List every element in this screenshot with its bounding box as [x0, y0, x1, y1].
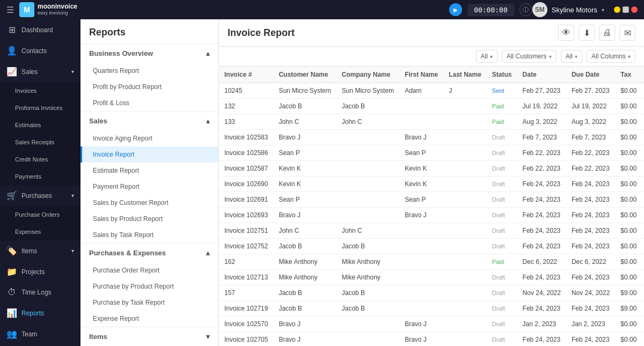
cell-shipping: $0.00 [642, 161, 644, 176]
sidebar-item-sales[interactable]: 📈 Sales ▾ [0, 61, 80, 82]
cell-company: Sun Micro System [336, 83, 399, 99]
cell-customer: Jacob B [273, 239, 336, 254]
sidebar-item-items[interactable]: 🏷️ Items ▾ [0, 240, 80, 261]
logo-text: mooninvoice easy invoicing [38, 3, 77, 16]
cell-status: Draft [487, 145, 517, 161]
sidebar-item-dashboard[interactable]: ⊞ Dashboard [0, 19, 80, 40]
rp-item-expense-report[interactable]: Expense Report [80, 311, 218, 327]
rp-section-header-business-overview[interactable]: Business Overview ▴ [80, 44, 218, 63]
rp-item-purchase-by-product[interactable]: Purchase by Product Report [80, 278, 218, 295]
cell-company: Jacob B [336, 285, 399, 301]
col-due-date: Due Date [566, 67, 615, 83]
sidebar-item-reports[interactable]: 📊 Reports [0, 303, 80, 323]
minimize-button[interactable] [614, 6, 620, 13]
rp-item-sales-by-customer[interactable]: Sales by Customer Report [80, 195, 218, 211]
rp-item-purchase-by-task[interactable]: Purchase by Task Report [80, 295, 218, 311]
cell-shipping: $0.00 [642, 301, 644, 316]
chevron-down-icon[interactable]: ▾ [602, 7, 604, 13]
cell-firstname: Sean P [399, 192, 443, 208]
topbar: ☰ M mooninvoice easy invoicing ▶ 00:00:0… [0, 0, 644, 19]
rp-item-invoice-aging[interactable]: Invoice Aging Report [80, 130, 218, 146]
visibility-button[interactable]: 👁 [558, 25, 574, 41]
cell-firstname [399, 301, 443, 316]
table-row[interactable]: Invoice 102713 Mike Anthony Mike Anthony… [219, 270, 644, 285]
cell-shipping: $0.00 [642, 99, 644, 114]
table-row[interactable]: 157 Jacob B Jacob B Draft Nov 24, 2022 N… [219, 285, 644, 301]
sales-icon: 📈 [6, 67, 17, 77]
table-row[interactable]: 10245 Sun Micro System Sun Micro System … [219, 83, 644, 99]
rp-item-sales-by-product[interactable]: Sales by Product Report [80, 211, 218, 227]
cell-tax: $0.00 [615, 99, 642, 114]
cell-company [336, 192, 399, 208]
table-row[interactable]: Invoice 102583 Bravo J Bravo J Draft Feb… [219, 130, 644, 145]
table-row[interactable]: Invoice 102751 John C John C Draft Feb 2… [219, 223, 644, 239]
rp-item-invoice-report[interactable]: Invoice Report [80, 146, 218, 163]
filter-customers[interactable]: All Customers ▾ [502, 50, 557, 63]
sidebar-item-credit-notes[interactable]: Credit Notes [0, 151, 80, 168]
cell-tax: $0.00 [615, 130, 642, 145]
sidebar-item-contacts[interactable]: 👤 Contacts [0, 40, 80, 61]
sidebar-item-team[interactable]: 👥 Team [0, 323, 80, 344]
maximize-button[interactable] [623, 6, 629, 13]
sidebar-item-invoices[interactable]: Invoices [0, 82, 80, 99]
email-button[interactable]: ✉ [619, 25, 635, 41]
table-row[interactable]: Invoice 102752 Jacob B Jacob B Draft Feb… [219, 239, 644, 254]
cell-customer: Bravo J [273, 130, 336, 145]
cell-lastname [443, 130, 487, 145]
print-button[interactable]: 🖨 [599, 25, 615, 41]
rp-item-purchase-order-report[interactable]: Purchase Order Report [80, 262, 218, 278]
team-icon: 👥 [6, 329, 17, 339]
table-row[interactable]: Invoice 102570 Bravo J Bravo J Draft Jan… [219, 316, 644, 332]
sidebar-item-purchase-orders[interactable]: Purchase Orders [0, 206, 80, 223]
table-row[interactable]: Invoice 102693 Bravo J Bravo J Draft Feb… [219, 208, 644, 223]
rp-section-header-sales[interactable]: Sales ▴ [80, 112, 218, 130]
table-row[interactable]: 133 John C John C Paid Aug 3, 2022 Aug 3… [219, 114, 644, 130]
cell-firstname [399, 285, 443, 301]
cell-lastname [443, 301, 487, 316]
filter-status[interactable]: All ▾ [561, 50, 582, 63]
close-button[interactable] [631, 6, 638, 13]
sidebar-item-proforma[interactable]: Proforma Invoices [0, 99, 80, 116]
cell-customer: Sean P [273, 145, 336, 161]
table-row[interactable]: Invoice 102690 Kevin K Kevin K Draft Feb… [219, 176, 644, 192]
rp-item-profit-loss[interactable]: Profit & Loss [80, 95, 218, 111]
cell-invoice: Invoice 102705 [219, 332, 273, 347]
timer-info-button[interactable]: ⓘ [519, 3, 532, 16]
rp-item-payment-report[interactable]: Payment Report [80, 179, 218, 195]
timer-play-button[interactable]: ▶ [449, 3, 462, 16]
table-row[interactable]: 162 Mike Anthony Mike Anthony Paid Dec 6… [219, 254, 644, 270]
rp-item-quarters-report[interactable]: Quarters Report [80, 63, 218, 79]
cell-date: Feb 24, 2023 [517, 270, 566, 285]
filter-all[interactable]: All ▾ [476, 50, 497, 63]
sidebar-item-expenses[interactable]: Expenses [0, 223, 80, 240]
sidebar-item-timelogs[interactable]: ⏱ Time Logs [0, 282, 80, 303]
table-row[interactable]: Invoice 102691 Sean P Sean P Draft Feb 2… [219, 192, 644, 208]
cell-invoice: Invoice 102713 [219, 270, 273, 285]
menu-icon[interactable]: ☰ [6, 5, 14, 15]
table-row[interactable]: Invoice 102586 Sean P Sean P Draft Feb 2… [219, 145, 644, 161]
col-invoice: Invoice # [219, 67, 273, 83]
rp-section-header-purchases-expenses[interactable]: Purchases & Expenses ▴ [80, 244, 218, 262]
table-row[interactable]: Invoice 102719 Jacob B Jacob B Draft Feb… [219, 301, 644, 316]
table-row[interactable]: 132 Jacob B Jacob B Paid Jul 19, 2022 Ju… [219, 99, 644, 114]
cell-status: Draft [487, 301, 517, 316]
cell-firstname [399, 114, 443, 130]
sidebar-item-estimates[interactable]: Estimates [0, 116, 80, 134]
cell-due-date: Feb 24, 2023 [566, 192, 615, 208]
rp-item-estimate-report[interactable]: Estimate Report [80, 163, 218, 179]
cell-lastname [443, 285, 487, 301]
rp-item-sales-by-task[interactable]: Sales by Task Report [80, 227, 218, 243]
rp-section-header-items[interactable]: Items ▾ [80, 327, 218, 346]
download-button[interactable]: ⬇ [579, 25, 595, 41]
table-row[interactable]: Invoice 102705 Bravo J Bravo J Draft Feb… [219, 332, 644, 347]
table-row[interactable]: Invoice 102587 Kevin K Kevin K Draft Feb… [219, 161, 644, 176]
sidebar-item-projects[interactable]: 📁 Projects [0, 261, 80, 282]
rp-item-profit-by-product[interactable]: Profit by Product Report [80, 79, 218, 95]
sidebar-item-receipts[interactable]: Sales Receipts [0, 134, 80, 151]
sidebar-item-payments[interactable]: Payments [0, 168, 80, 185]
cell-shipping: $0.00 [642, 192, 644, 208]
filter-columns[interactable]: All Columns ▾ [587, 50, 635, 63]
cell-status: Draft [487, 161, 517, 176]
sidebar-item-purchases[interactable]: 🛒 Purchases ▾ [0, 185, 80, 206]
cell-company [336, 145, 399, 161]
